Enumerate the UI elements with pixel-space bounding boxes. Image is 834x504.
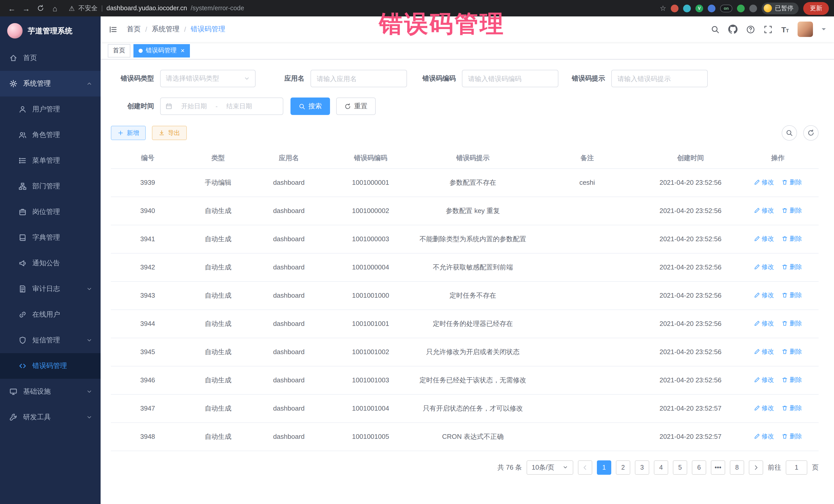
page-number-button[interactable]: 5 [673, 460, 687, 475]
trash-icon [782, 207, 788, 214]
delete-link[interactable]: 删除 [782, 178, 802, 187]
cell-hint: 参数配置不存在 [415, 168, 531, 197]
bookmark-star-icon[interactable]: ☆ [660, 4, 666, 12]
sidebar-item-system[interactable]: 系统管理 [0, 71, 101, 96]
search-icon[interactable] [711, 25, 720, 34]
start-date-input[interactable] [175, 103, 214, 110]
sidebar-item-error-codes[interactable]: 错误码管理 [0, 353, 101, 379]
add-button[interactable]: 新增 [111, 126, 146, 140]
collapse-sidebar-icon[interactable] [109, 25, 117, 34]
pagination: 共 76 条 10条/页 1 2 3 [111, 460, 819, 475]
edit-link[interactable]: 修改 [754, 263, 774, 271]
trash-icon [782, 321, 788, 327]
extension-icon[interactable] [708, 4, 716, 12]
sidebar-item-dictionary[interactable]: 字典管理 [0, 225, 101, 250]
error-hint-input[interactable] [611, 70, 708, 87]
edit-link[interactable]: 修改 [754, 404, 774, 413]
page-number-button[interactable]: 1 [597, 460, 611, 475]
delete-link[interactable]: 删除 [782, 206, 802, 215]
github-icon[interactable] [728, 25, 738, 34]
sidebar-item-notices[interactable]: 通知公告 [0, 250, 101, 276]
page-number-button[interactable]: 4 [654, 460, 668, 475]
help-icon[interactable] [746, 25, 755, 34]
end-date-input[interactable] [220, 103, 259, 110]
sidebar-item-sms[interactable]: 短信管理 [0, 327, 101, 353]
prev-page-button[interactable] [578, 460, 592, 475]
sidebar-item-home[interactable]: 首页 [0, 45, 101, 71]
tab-home[interactable]: 首页 [108, 44, 130, 57]
address-bar[interactable]: ⚠ 不安全 | dashboard.yudao.iocoder.cn/syste… [69, 4, 244, 13]
extension-icon[interactable] [683, 4, 691, 12]
toggle-search-button[interactable] [782, 125, 797, 140]
trash-icon [782, 349, 788, 355]
sidebar-logo[interactable]: 芋道管理系统 [0, 17, 101, 45]
sidebar-item-online-users[interactable]: 在线用户 [0, 302, 101, 327]
refresh-table-button[interactable] [803, 125, 819, 140]
app-name-input[interactable] [310, 70, 407, 87]
update-button[interactable]: 更新 [803, 2, 829, 15]
breadcrumb-item[interactable]: 首页 [127, 25, 140, 34]
close-icon[interactable]: × [181, 47, 184, 54]
sidebar-item-menus[interactable]: 菜单管理 [0, 148, 101, 174]
sidebar-item-users[interactable]: 用户管理 [0, 96, 101, 122]
delete-link[interactable]: 删除 [782, 432, 802, 441]
pencil-icon [754, 207, 760, 214]
sidebar-item-posts[interactable]: 岗位管理 [0, 199, 101, 225]
delete-link[interactable]: 删除 [782, 404, 802, 413]
extension-on-icon[interactable]: on [720, 4, 732, 12]
date-range-picker[interactable]: - [160, 97, 283, 115]
delete-link[interactable]: 删除 [782, 235, 802, 243]
font-size-icon[interactable]: TT [782, 25, 789, 33]
edit-link[interactable]: 修改 [754, 235, 774, 243]
edit-link[interactable]: 修改 [754, 432, 774, 441]
avatar-dropdown-caret-icon[interactable] [822, 28, 826, 32]
refresh-icon [344, 103, 351, 110]
page-number-button[interactable]: ••• [711, 460, 725, 475]
delete-link[interactable]: 删除 [782, 263, 802, 271]
pencil-icon [754, 292, 760, 299]
goto-page-input[interactable] [786, 460, 807, 475]
delete-link[interactable]: 删除 [782, 291, 802, 300]
sidebar-item-audit-log[interactable]: 审计日志 [0, 276, 101, 302]
next-page-button[interactable] [749, 460, 763, 475]
extension-icon[interactable] [749, 4, 757, 12]
sidebar-item-departments[interactable]: 部门管理 [0, 174, 101, 199]
back-icon[interactable]: ← [5, 2, 19, 15]
page-number-button[interactable]: 8 [730, 460, 744, 475]
edit-link[interactable]: 修改 [754, 291, 774, 300]
export-button[interactable]: 导出 [152, 126, 187, 140]
reload-icon[interactable] [34, 2, 47, 15]
reset-button[interactable]: 重置 [336, 97, 376, 115]
error-code-input[interactable] [462, 70, 558, 87]
paused-badge[interactable]: 已暂停 [762, 2, 798, 14]
forward-icon[interactable]: → [20, 2, 33, 15]
cell-app: dashboard [252, 197, 326, 225]
cell-actions: 修改 删除 [737, 309, 819, 338]
delete-link[interactable]: 删除 [782, 348, 802, 356]
edit-link[interactable]: 修改 [754, 348, 774, 356]
tab-error-codes[interactable]: 错误码管理 × [133, 44, 190, 57]
breadcrumb-item[interactable]: 系统管理 [152, 25, 180, 34]
org-tree-icon [19, 182, 27, 191]
page-number-button[interactable]: 2 [616, 460, 630, 475]
page-number-button[interactable]: 3 [635, 460, 649, 475]
page-number-button[interactable]: 6 [692, 460, 706, 475]
sidebar-item-roles[interactable]: 角色管理 [0, 122, 101, 148]
search-button[interactable]: 搜索 [290, 97, 330, 115]
sidebar-item-dev-tools[interactable]: 研发工具 [0, 404, 101, 430]
delete-link[interactable]: 删除 [782, 376, 802, 385]
extension-icon[interactable] [737, 4, 745, 12]
home-icon[interactable]: ⌂ [48, 2, 62, 15]
sidebar-item-infrastructure[interactable]: 基础设施 [0, 379, 101, 404]
extension-icon[interactable] [671, 4, 679, 12]
edit-link[interactable]: 修改 [754, 178, 774, 187]
error-type-select[interactable]: 请选择错误码类型 [160, 70, 256, 87]
edit-link[interactable]: 修改 [754, 319, 774, 328]
user-avatar[interactable] [797, 22, 813, 37]
edit-link[interactable]: 修改 [754, 376, 774, 385]
fullscreen-icon[interactable] [764, 25, 773, 34]
edit-link[interactable]: 修改 [754, 206, 774, 215]
extension-icon[interactable]: V [696, 4, 703, 12]
page-size-select[interactable]: 10条/页 [527, 460, 573, 475]
delete-link[interactable]: 删除 [782, 319, 802, 328]
